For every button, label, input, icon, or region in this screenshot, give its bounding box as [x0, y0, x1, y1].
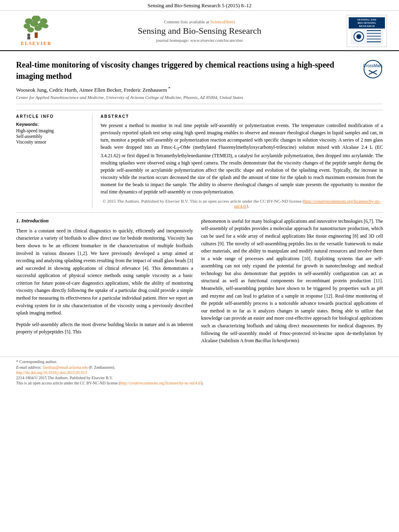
abstract-heading: ABSTRACT: [101, 114, 383, 119]
article-info-column: ARTICLE INFO Keywords: High-speed imagin…: [16, 114, 93, 208]
elsevier-tree-icon: [20, 16, 52, 40]
elsevier-logo: ELSEVIER: [12, 16, 60, 47]
corresponding-footnote: * Corresponding author.: [16, 359, 383, 364]
article-info-abstract: ARTICLE INFO Keywords: High-speed imagin…: [16, 110, 383, 208]
doi-line: http://dx.doi.org/10.1016/j.sbsr.2015.05…: [16, 370, 383, 375]
open-access-line: This is an open access article under the…: [16, 381, 383, 385]
corresponding-marker: *: [168, 86, 170, 90]
abstract-column: ABSTRACT We present a method to monitor …: [101, 114, 383, 208]
author-names: Wooseok Jung, Cedric Hurth, Aimee Ellen …: [16, 87, 167, 93]
crossmark-svg: CrossMark: [363, 59, 383, 79]
abstract-text: We present a method to monitor in real t…: [101, 122, 383, 195]
issn-line: 2214-1804/© 2015 The Authors. Published …: [16, 376, 383, 380]
journal-logo-graphic: [351, 29, 383, 45]
keyword-2: Self-assembly: [16, 134, 86, 139]
affiliation: Center for Applied Nanobioscience and Me…: [16, 95, 383, 100]
svg-point-11: [27, 33, 30, 36]
article-info-heading: ARTICLE INFO: [16, 114, 86, 119]
elsevier-logo-section: ELSEVIER: [12, 16, 60, 47]
elsevier-wordmark: ELSEVIER: [21, 41, 52, 47]
keyword-3: Viscosity sensor: [16, 140, 86, 144]
svg-text:CrossMark: CrossMark: [363, 64, 383, 68]
article-title: Real-time monitoring of viscosity change…: [16, 59, 363, 82]
main-content: Real-time monitoring of viscosity change…: [0, 51, 399, 349]
body-content: 1. Introduction There is a constant need…: [16, 212, 383, 349]
page: Sensing and Bio-Sensing Research 5 (2015…: [0, 0, 399, 532]
top-bar: Sensing and Bio-Sensing Research 5 (2015…: [0, 0, 399, 11]
svg-rect-10: [35, 32, 37, 38]
open-access-link[interactable]: http://creativecommons.org/licenses/by-n…: [120, 381, 201, 385]
journal-title: Sensing and Bio-Sensing Research: [64, 26, 335, 36]
svg-point-7: [43, 24, 49, 28]
intro-paragraph-1: There is a constant need in clinical dia…: [16, 227, 193, 317]
svg-point-15: [356, 34, 361, 39]
right-paragraph-1: phenomenon is useful for many biological…: [201, 218, 383, 345]
crossmark-icon[interactable]: CrossMark: [363, 59, 383, 81]
crossmark-wrapper: Real-time monitoring of viscosity change…: [16, 59, 383, 82]
journal-header: ELSEVIER Contents lists available at Sci…: [0, 11, 399, 51]
svg-point-21: [364, 60, 382, 78]
abstract-copyright: © 2015 The Authors. Published by Elsevie…: [101, 199, 383, 208]
journal-citation: Sensing and Bio-Sensing Research 5 (2015…: [148, 2, 252, 8]
body-left-column: 1. Introduction There is a constant need…: [16, 218, 193, 349]
cc-license-link[interactable]: http://creativecommons.org/licenses/by-n…: [234, 199, 380, 208]
sciencedirect-line: Contents lists available at ScienceDirec…: [64, 19, 335, 24]
email-link[interactable]: fzenhau@email.arizona.edu: [43, 365, 88, 370]
svg-point-8: [27, 27, 34, 32]
svg-point-9: [34, 25, 41, 31]
keywords-label: Keywords:: [16, 122, 86, 127]
journal-header-right: SENSING ANDBIO-SENSINGRESEARCH: [339, 15, 387, 47]
intro-paragraph-2: Peptide self-assembly affects the most d…: [16, 321, 193, 336]
journal-logo-box: SENSING ANDBIO-SENSINGRESEARCH: [347, 15, 387, 47]
keyword-1: High-speed imaging: [16, 128, 86, 133]
introduction-heading: 1. Introduction: [16, 218, 193, 224]
journal-homepage: journal homepage: www.elsevier.com/locat…: [64, 38, 335, 43]
doi-link[interactable]: http://dx.doi.org/10.1016/j.sbsr.2015.05…: [16, 370, 87, 375]
article-title-section: Real-time monitoring of viscosity change…: [16, 51, 383, 104]
page-footer: * Corresponding author. E-mail address: …: [0, 357, 399, 390]
authors-line: Wooseok Jung, Cedric Hurth, Aimee Ellen …: [16, 86, 383, 93]
journal-logo-label: SENSING ANDBIO-SENSINGRESEARCH: [349, 17, 385, 29]
svg-rect-12: [27, 36, 30, 39]
journal-header-center: Contents lists available at ScienceDirec…: [60, 19, 339, 43]
body-right-column: phenomenon is useful for many biological…: [201, 218, 383, 349]
email-footnote: E-mail address: fzenhau@email.arizona.ed…: [16, 365, 383, 370]
sciencedirect-link[interactable]: ScienceDirect: [210, 19, 235, 24]
